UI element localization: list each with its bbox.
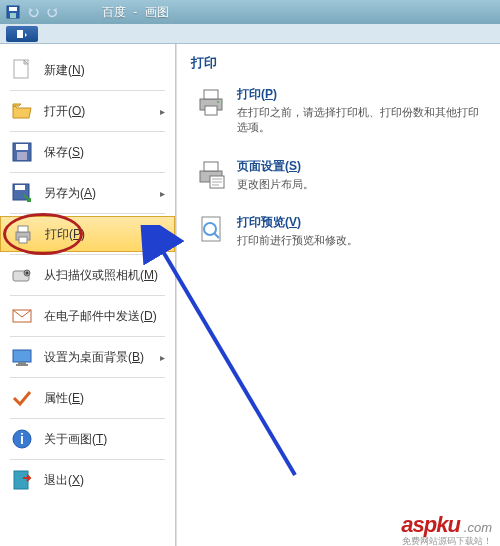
svg-rect-29 — [204, 162, 218, 171]
open-icon — [10, 99, 34, 123]
menu-scan[interactable]: 从扫描仪或照相机(M) — [0, 257, 175, 293]
menu-label: 退出(X) — [44, 472, 84, 489]
menu-saveas[interactable]: 另存为(A) ▸ — [0, 175, 175, 211]
svg-rect-8 — [17, 152, 27, 160]
quick-access-toolbar — [4, 3, 62, 21]
submenu-item-name: 打印预览(V) — [237, 214, 482, 231]
watermark: aspku .com 免费网站源码下载站！ — [401, 512, 492, 538]
svg-point-16 — [26, 272, 29, 275]
svg-rect-25 — [204, 90, 218, 99]
svg-point-27 — [217, 101, 219, 103]
printer-icon — [11, 222, 35, 246]
svg-rect-10 — [15, 185, 25, 190]
submenu-title: 打印 — [191, 54, 486, 72]
watermark-tag: 免费网站源码下载站！ — [402, 535, 492, 546]
saveas-icon — [10, 181, 34, 205]
printer-icon — [195, 86, 227, 118]
menu-label: 打开(O) — [44, 103, 85, 120]
menu-about[interactable]: i 关于画图(T) — [0, 421, 175, 457]
menu-wallpaper[interactable]: 设置为桌面背景(B) ▸ — [0, 339, 175, 375]
submenu-item-desc: 打印前进行预览和修改。 — [237, 233, 482, 248]
chevron-right-icon: ▸ — [160, 188, 165, 199]
menu-properties[interactable]: 属性(E) — [0, 380, 175, 416]
svg-rect-19 — [18, 362, 26, 364]
submenu-item-name: 打印(P) — [237, 86, 482, 103]
menu-label: 设置为桌面背景(B) — [44, 349, 144, 366]
submenu-item-desc: 更改图片布局。 — [237, 177, 482, 192]
submenu-print[interactable]: 打印(P) 在打印之前，请选择打印机、打印份数和其他打印选项。 — [191, 82, 486, 140]
svg-rect-20 — [16, 364, 28, 366]
page-setup-icon — [195, 158, 227, 190]
email-icon — [10, 304, 34, 328]
svg-rect-4 — [17, 30, 23, 38]
menu-label: 从扫描仪或照相机(M) — [44, 267, 158, 284]
properties-icon — [10, 386, 34, 410]
scanner-icon — [10, 263, 34, 287]
save-icon[interactable] — [4, 3, 22, 21]
ribbon-bar — [0, 24, 500, 44]
svg-rect-2 — [10, 13, 16, 18]
menu-label: 新建(N) — [44, 62, 85, 79]
menu-new[interactable]: 新建(N) — [0, 52, 175, 88]
new-icon — [10, 58, 34, 82]
submenu-print-preview[interactable]: 打印预览(V) 打印前进行预览和修改。 — [191, 210, 486, 252]
svg-rect-7 — [16, 144, 28, 150]
svg-rect-23 — [14, 471, 28, 489]
desktop-icon — [10, 345, 34, 369]
window-title: 百度 - 画图 — [102, 4, 169, 21]
file-menu-button[interactable] — [6, 26, 38, 42]
titlebar: 百度 - 画图 — [0, 0, 500, 24]
submenu-page-setup[interactable]: 页面设置(S) 更改图片布局。 — [191, 154, 486, 196]
submenu-item-desc: 在打印之前，请选择打印机、打印份数和其他打印选项。 — [237, 105, 482, 136]
exit-icon — [10, 468, 34, 492]
menu-label: 另存为(A) — [44, 185, 96, 202]
menu-label: 保存(S) — [44, 144, 84, 161]
menu-label: 打印(P) — [45, 226, 85, 243]
svg-rect-1 — [9, 7, 17, 11]
svg-rect-26 — [205, 106, 217, 115]
menu-label: 属性(E) — [44, 390, 84, 407]
file-menu: 新建(N) 打开(O) ▸ 保存(S) 另存为(A) ▸ 打印(P) ▸ — [0, 44, 176, 546]
preview-icon — [195, 214, 227, 246]
svg-text:i: i — [20, 431, 24, 447]
menu-save[interactable]: 保存(S) — [0, 134, 175, 170]
chevron-right-icon: ▸ — [159, 229, 164, 240]
info-icon: i — [10, 427, 34, 451]
document-name: 百度 — [102, 5, 126, 19]
print-submenu: 打印 打印(P) 在打印之前，请选择打印机、打印份数和其他打印选项。 页面设置(… — [176, 44, 500, 546]
undo-icon[interactable] — [24, 3, 42, 21]
chevron-right-icon: ▸ — [160, 106, 165, 117]
menu-label: 在电子邮件中发送(D) — [44, 308, 157, 325]
menu-email[interactable]: 在电子邮件中发送(D) — [0, 298, 175, 334]
svg-rect-13 — [19, 237, 27, 243]
redo-icon[interactable] — [44, 3, 62, 21]
app-name: 画图 — [145, 5, 169, 19]
svg-rect-12 — [18, 226, 28, 232]
menu-label: 关于画图(T) — [44, 431, 107, 448]
submenu-item-name: 页面设置(S) — [237, 158, 482, 175]
svg-rect-18 — [13, 350, 31, 362]
menu-print[interactable]: 打印(P) ▸ — [0, 216, 175, 252]
chevron-right-icon: ▸ — [160, 352, 165, 363]
save-icon — [10, 140, 34, 164]
watermark-suffix: .com — [464, 520, 492, 535]
menu-open[interactable]: 打开(O) ▸ — [0, 93, 175, 129]
menu-exit[interactable]: 退出(X) — [0, 462, 175, 498]
